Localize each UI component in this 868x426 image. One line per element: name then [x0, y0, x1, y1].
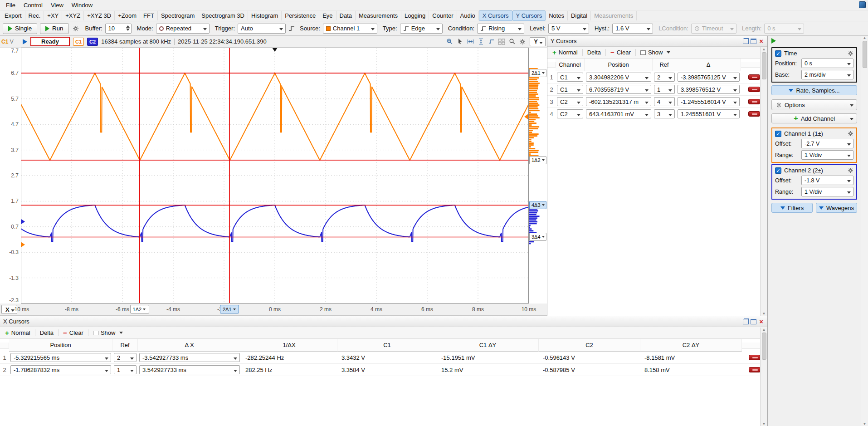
channel1-offset-select[interactable]: -2.7 V: [801, 139, 853, 148]
scroll-up-icon[interactable]: ▲: [863, 36, 867, 40]
acquisition-gear-icon[interactable]: [72, 24, 80, 33]
maximize-window-icon[interactable]: [751, 39, 756, 44]
tab-xy[interactable]: +XY: [44, 11, 62, 20]
spinner-arrows-icon[interactable]: [126, 25, 130, 31]
channel2-range-select[interactable]: 1 V/div: [801, 187, 853, 196]
pointer-icon[interactable]: [456, 38, 464, 46]
menu-view[interactable]: View: [47, 1, 68, 10]
scroll-down-icon[interactable]: ▼: [762, 312, 766, 316]
clear-cursors-button[interactable]: −Clear: [608, 48, 633, 57]
add-normal-cursor-button[interactable]: +Normal: [3, 328, 33, 337]
cursor-ref-select[interactable]: 2: [114, 353, 137, 362]
tab-measurements[interactable]: Measurements: [356, 11, 401, 20]
waveform-canvas[interactable]: [21, 48, 529, 304]
tab-fft[interactable]: FFT: [140, 11, 158, 20]
close-window-icon[interactable]: ×: [758, 319, 764, 324]
gear-icon[interactable]: [847, 131, 853, 137]
x-cursor-box-2d1[interactable]: 2Δ1: [220, 305, 239, 313]
cursor-dx-select[interactable]: -3.542927733 ms: [139, 353, 240, 362]
x-cursor-box-1d2[interactable]: 1Δ2: [130, 305, 149, 313]
options-menu[interactable]: Options: [771, 99, 857, 110]
cursor-channel-select[interactable]: C1: [557, 73, 583, 82]
fit-width-icon[interactable]: [466, 38, 474, 46]
waveform-plot[interactable]: [21, 48, 529, 304]
trigger-select[interactable]: Auto: [238, 24, 286, 34]
quad-view-icon[interactable]: [497, 38, 506, 46]
buffer-stepper[interactable]: 10: [105, 24, 132, 34]
zoom-in-icon[interactable]: [445, 38, 454, 46]
channel1-enabled-checkbox[interactable]: ✓: [775, 131, 781, 137]
hysteresis-select[interactable]: 1.6 V: [612, 24, 653, 34]
menu-file[interactable]: File: [2, 1, 20, 10]
cursor-position-select[interactable]: 3.304982206 V: [586, 73, 651, 82]
y-cursor-box-4d3[interactable]: 4Δ3: [529, 201, 546, 209]
cursor-delta-select[interactable]: 3.398576512 V: [678, 85, 740, 94]
tab-zoom[interactable]: +Zoom: [115, 11, 140, 20]
delta-toggle[interactable]: Delta: [585, 48, 603, 57]
time-position-select[interactable]: 0 s: [801, 59, 853, 68]
cursor-channel-select[interactable]: C2: [557, 97, 583, 106]
snapshot-gear-icon[interactable]: [518, 38, 527, 46]
menu-control[interactable]: Control: [20, 1, 47, 10]
tab-y-cursors[interactable]: Y Cursors: [512, 10, 546, 21]
y-cursor-box-2d1[interactable]: 2Δ1: [529, 69, 546, 77]
scroll-thumb[interactable]: [762, 333, 766, 360]
tab-logging[interactable]: Logging: [401, 11, 429, 20]
show-menu-button[interactable]: Show: [91, 328, 126, 337]
cursor-dx-select[interactable]: 3.542927733 ms: [139, 365, 240, 374]
level-select[interactable]: 5 V: [548, 24, 589, 34]
settings-scrollbar[interactable]: ▲ ▼: [861, 36, 868, 426]
tab-counter[interactable]: Counter: [429, 11, 457, 20]
run-button[interactable]: Run: [40, 23, 68, 34]
scroll-down-icon[interactable]: ▼: [863, 422, 867, 426]
gear-icon[interactable]: [847, 50, 853, 56]
tab-x-cursors[interactable]: X Cursors: [479, 10, 512, 21]
maximize-window-icon[interactable]: [751, 319, 756, 324]
channel2-offset-select[interactable]: -1.8 V: [801, 176, 853, 185]
tab-eye[interactable]: Eye: [319, 11, 336, 20]
menu-window[interactable]: Window: [68, 1, 97, 10]
show-menu-button[interactable]: Show: [638, 48, 673, 57]
channel2-badge[interactable]: C2: [87, 38, 98, 46]
zoom-icon[interactable]: [508, 38, 516, 46]
filters-button[interactable]: Filters: [771, 203, 813, 213]
channel1-badge[interactable]: C1: [73, 38, 84, 46]
gear-icon[interactable]: [847, 167, 853, 173]
scroll-up-icon[interactable]: ▲: [762, 47, 766, 51]
channel1-range-select[interactable]: 1 V/div: [801, 150, 853, 160]
tab-spectrogram3d[interactable]: Spectrogram 3D: [198, 11, 248, 20]
clear-cursors-button[interactable]: −Clear: [61, 328, 86, 337]
tab-xyz3d[interactable]: +XYZ 3D: [84, 11, 115, 20]
float-window-icon[interactable]: [743, 319, 749, 324]
tab-xyz[interactable]: +XYZ: [62, 11, 84, 20]
add-channel-button[interactable]: + Add Channel: [771, 113, 857, 123]
app-icon[interactable]: [859, 1, 866, 8]
tab-histogram[interactable]: Histogram: [248, 11, 282, 20]
cursor-position-select[interactable]: -602.135231317 m: [586, 97, 651, 106]
condition-select[interactable]: Rising: [477, 24, 524, 34]
remove-cursor-button[interactable]: [749, 367, 761, 372]
x-cursors-scrollbar[interactable]: ▲ ▼: [760, 328, 767, 426]
cursor-delta-select[interactable]: -1.2455516014 V: [678, 97, 740, 106]
tab-rec[interactable]: Rec.: [25, 11, 44, 20]
close-window-icon[interactable]: ×: [758, 39, 764, 44]
cursor-channel-select[interactable]: C2: [557, 109, 583, 118]
y-cursor-box-3d4[interactable]: 3Δ4: [529, 233, 546, 241]
remove-cursor-button[interactable]: [748, 87, 760, 92]
scroll-thumb[interactable]: [863, 41, 867, 68]
cursor-delta-select[interactable]: 1.245551601 V: [678, 109, 740, 118]
cursor-ref-select[interactable]: 4: [654, 97, 675, 106]
y-cursors-scrollbar[interactable]: ▲ ▼: [760, 47, 767, 316]
source-select[interactable]: Channel 1: [323, 24, 377, 34]
edge-align-icon[interactable]: [487, 38, 495, 46]
cursor-position-select[interactable]: -5.329215565 ms: [10, 353, 111, 362]
channel2-enabled-checkbox[interactable]: ✓: [775, 167, 781, 174]
wavegens-button[interactable]: Wavegens: [816, 203, 857, 213]
tab-spectrogram[interactable]: Spectrogram: [158, 11, 198, 20]
y-axis-menu-button[interactable]: Y: [530, 37, 546, 46]
tab-notes[interactable]: Notes: [546, 11, 568, 20]
time-base-select[interactable]: 2 ms/div: [801, 70, 853, 79]
float-window-icon[interactable]: [743, 39, 749, 44]
time-enabled-checkbox[interactable]: ✓: [775, 50, 781, 57]
mode-select[interactable]: Repeated: [156, 24, 210, 34]
